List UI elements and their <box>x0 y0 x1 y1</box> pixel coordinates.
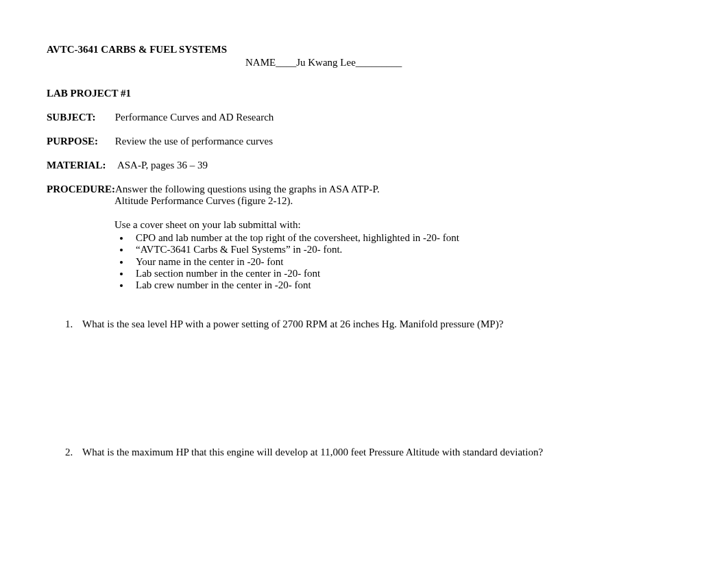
procedure-line1: Answer the following questions using the… <box>115 184 380 195</box>
subject-label: SUBJECT: <box>47 112 112 123</box>
cover-item: Your name in the center in -20- font <box>130 256 681 268</box>
cover-item: Lab crew number in the center in -20- fo… <box>130 279 681 291</box>
cover-sheet-intro: Use a cover sheet on your lab submittal … <box>114 219 681 231</box>
cover-item: Lab section number in the center in -20-… <box>130 268 681 279</box>
procedure-line2: Altitude Performance Curves (figure 2-12… <box>114 195 681 207</box>
questions-list: What is the sea level HP with a power se… <box>47 318 681 563</box>
purpose-row: PURPOSE: Review the use of performance c… <box>47 136 681 147</box>
name-line: NAME____Ju Kwang Lee_________ <box>47 57 681 68</box>
cover-item: CPO and lab number at the top right of t… <box>130 232 681 244</box>
purpose-value: Review the use of performance curves <box>115 136 273 147</box>
document-page: AVTC-3641 CARBS & FUEL SYSTEMS NAME____J… <box>0 0 728 563</box>
purpose-label: PURPOSE: <box>47 136 112 147</box>
procedure-row: PROCEDURE:Answer the following questions… <box>47 184 681 291</box>
subject-row: SUBJECT: Performance Curves and AD Resea… <box>47 112 681 123</box>
question-1: What is the sea level HP with a power se… <box>75 318 681 330</box>
cover-item: “AVTC-3641 Carbs & Fuel Systems” in -20-… <box>130 244 681 255</box>
material-row: MATERIAL: ASA-P, pages 36 – 39 <box>47 160 681 171</box>
question-2: What is the maximum HP that this engine … <box>75 447 681 458</box>
material-value: ASA-P, pages 36 – 39 <box>117 160 208 171</box>
name-label: NAME____ <box>245 57 296 68</box>
lab-project-heading: LAB PROJECT #1 <box>47 88 681 99</box>
student-name: Ju Kwang Lee_________ <box>296 57 402 68</box>
material-label: MATERIAL: <box>47 160 115 171</box>
procedure-label: PROCEDURE: <box>47 184 115 195</box>
subject-value: Performance Curves and AD Research <box>115 112 274 123</box>
cover-sheet-list: CPO and lab number at the top right of t… <box>47 232 681 291</box>
course-title: AVTC-3641 CARBS & FUEL SYSTEMS <box>47 44 681 55</box>
